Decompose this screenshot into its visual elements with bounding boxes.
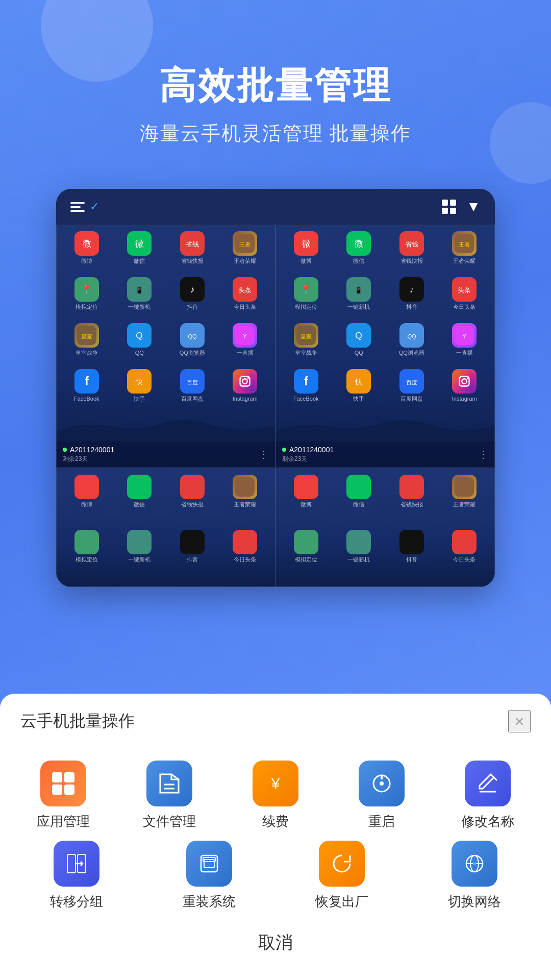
app-item[interactable]: Q QQ: [334, 323, 384, 366]
app-item[interactable]: 微 微信: [115, 231, 165, 274]
app-item[interactable]: 一键新机: [334, 530, 384, 582]
app-item[interactable]: 微 微信: [334, 231, 384, 274]
app-item[interactable]: 百度 百度网盘: [167, 369, 217, 412]
restore-label: 恢复出厂: [315, 893, 368, 911]
svg-rect-30: [235, 372, 255, 391]
app-item[interactable]: 📱 一键新机: [115, 277, 165, 320]
action-reinstall[interactable]: 重装系统: [143, 841, 276, 911]
app-item[interactable]: 头条 今日头条: [440, 277, 490, 320]
app-item[interactable]: 抖音: [167, 530, 217, 582]
sheet-actions-row2: 转移分组 重装系统 恢复出厂 切换网络: [0, 836, 551, 921]
action-switch-net[interactable]: 切换网络: [408, 841, 541, 911]
action-rename[interactable]: 修改名称: [435, 761, 541, 830]
svg-rect-71: [235, 477, 255, 497]
app-item[interactable]: ♪ 抖音: [387, 277, 437, 320]
facebook-label-1: FaceBook: [74, 396, 99, 402]
svg-text:📍: 📍: [81, 283, 92, 295]
app-item-facebook-1[interactable]: f FaceBook: [62, 369, 112, 412]
app-item[interactable]: 王者 王者荣耀: [440, 231, 490, 274]
action-restart[interactable]: 重启: [329, 761, 435, 830]
app-item[interactable]: 快 快手: [334, 369, 384, 412]
grid-icon[interactable]: [442, 200, 456, 214]
app-item[interactable]: 今日头条: [220, 530, 270, 582]
svg-rect-75: [235, 532, 255, 552]
app-item[interactable]: 📱 一键新机: [334, 277, 384, 320]
header-section: 高效批量管理 海量云手机灵活管理 批量操作: [0, 0, 551, 146]
svg-text:王者: 王者: [459, 241, 470, 248]
app-item[interactable]: 抖音: [387, 530, 437, 582]
app-item[interactable]: 模拟定位: [62, 530, 112, 582]
app-item[interactable]: 快 快手: [115, 369, 165, 412]
svg-text:f: f: [304, 374, 308, 388]
app-item[interactable]: 省钱快报: [167, 475, 217, 527]
app-item[interactable]: 头条 今日头条: [220, 277, 270, 320]
bottom-sheet: 云手机批量操作 × 应用管理 文件管理 ¥ 续费 重启: [0, 694, 551, 980]
phone-card-3[interactable]: 微博 微信 省钱快报 王者荣耀 模拟定位 一键新机 抖音: [56, 468, 276, 587]
card-footer-2: A2011240001 剩余23天 ⋮: [276, 442, 494, 468]
app-item[interactable]: 📍 模拟定位: [281, 277, 331, 320]
app-item[interactable]: 微 微博: [281, 231, 331, 274]
file-mgr-label: 文件管理: [143, 813, 196, 830]
app-item[interactable]: 省钱 省钱快报: [167, 231, 217, 274]
app-item[interactable]: Instagram: [220, 369, 270, 412]
svg-text:头条: 头条: [458, 286, 471, 293]
topbar-right: ▼: [442, 199, 481, 215]
action-transfer[interactable]: 转移分组: [10, 841, 143, 911]
cancel-button[interactable]: 取消: [0, 921, 551, 965]
app-item[interactable]: 皇室 皇室战争: [62, 323, 112, 366]
check-icon[interactable]: ✓: [90, 200, 99, 213]
phone-card-1[interactable]: 微 微博 微 微信 省钱 省钱快报 王者 王者荣耀 📍 模拟定位 📱 一键新机: [56, 225, 276, 468]
app-item[interactable]: ♪ 抖音: [167, 277, 217, 320]
transfer-label: 转移分组: [50, 893, 103, 911]
app-item[interactable]: 省钱快报: [387, 475, 437, 527]
app-item[interactable]: QQ QQ浏览器: [167, 323, 217, 366]
phone-grid: 微 微博 微 微信 省钱 省钱快报 王者 王者荣耀 📍 模拟定位 📱 一键新机: [56, 225, 495, 587]
action-renew[interactable]: ¥ 续费: [222, 761, 329, 830]
app-item[interactable]: 王者荣耀: [220, 475, 270, 527]
app-item[interactable]: 微博: [62, 475, 112, 527]
svg-text:皇室: 皇室: [81, 333, 92, 339]
app-item[interactable]: 微信: [334, 475, 384, 527]
phone-card-4[interactable]: 微博 微信 省钱快报 王者荣耀 模拟定位 一键新机 抖音: [276, 468, 495, 587]
app-item[interactable]: 今日头条: [440, 530, 490, 582]
app-item[interactable]: Q QQ: [115, 323, 165, 366]
svg-text:Y: Y: [243, 333, 247, 340]
app-item[interactable]: 模拟定位: [281, 530, 331, 582]
svg-text:Q: Q: [355, 330, 362, 340]
app-item[interactable]: QQ QQ浏览器: [387, 323, 437, 366]
filter-icon[interactable]: ▼: [466, 199, 481, 215]
app-item[interactable]: 省钱 省钱快报: [387, 231, 437, 274]
action-apps-mgr[interactable]: 应用管理: [10, 761, 116, 830]
app-item[interactable]: 📍 模拟定位: [62, 277, 112, 320]
svg-point-69: [130, 477, 149, 497]
app-item[interactable]: 王者 王者荣耀: [220, 231, 270, 274]
more-dots-1[interactable]: ⋮: [259, 448, 269, 460]
app-item-facebook-2[interactable]: f FaceBook: [281, 369, 331, 412]
app-grid-3: 微博 微信 省钱快报 王者荣耀 模拟定位 一键新机 抖音: [57, 469, 275, 586]
app-item[interactable]: 微博: [281, 475, 331, 527]
svg-text:📱: 📱: [355, 286, 363, 294]
app-item[interactable]: 微信: [115, 475, 165, 527]
svg-text:省钱: 省钱: [405, 241, 418, 248]
app-item[interactable]: Instagram: [440, 369, 490, 412]
phone-card-2[interactable]: 微 微博 微 微信 省钱 省钱快报 王者 王者荣耀 📍 模拟定位 📱 一键新机: [276, 225, 495, 468]
app-item[interactable]: 微 微博: [62, 231, 112, 274]
file-mgr-icon: [146, 761, 192, 806]
action-file-mgr[interactable]: 文件管理: [116, 761, 222, 830]
app-item[interactable]: 一键新机: [115, 530, 165, 582]
svg-text:♪: ♪: [190, 284, 194, 295]
app-item[interactable]: Y 一直播: [440, 323, 490, 366]
svg-text:微: 微: [302, 238, 310, 249]
svg-rect-84: [52, 772, 62, 782]
svg-rect-79: [455, 477, 474, 497]
app-item[interactable]: Y 一直播: [220, 323, 270, 366]
app-item[interactable]: 百度 百度网盘: [387, 369, 437, 412]
close-button[interactable]: ×: [508, 710, 531, 732]
action-restore[interactable]: 恢复出厂: [276, 841, 408, 911]
svg-text:📱: 📱: [135, 286, 143, 294]
menu-icon[interactable]: [70, 202, 85, 212]
app-item[interactable]: 皇室 皇室战争: [281, 323, 331, 366]
app-item[interactable]: 王者荣耀: [440, 475, 490, 527]
more-dots-2[interactable]: ⋮: [478, 448, 488, 460]
topbar-left: ✓: [70, 200, 99, 213]
